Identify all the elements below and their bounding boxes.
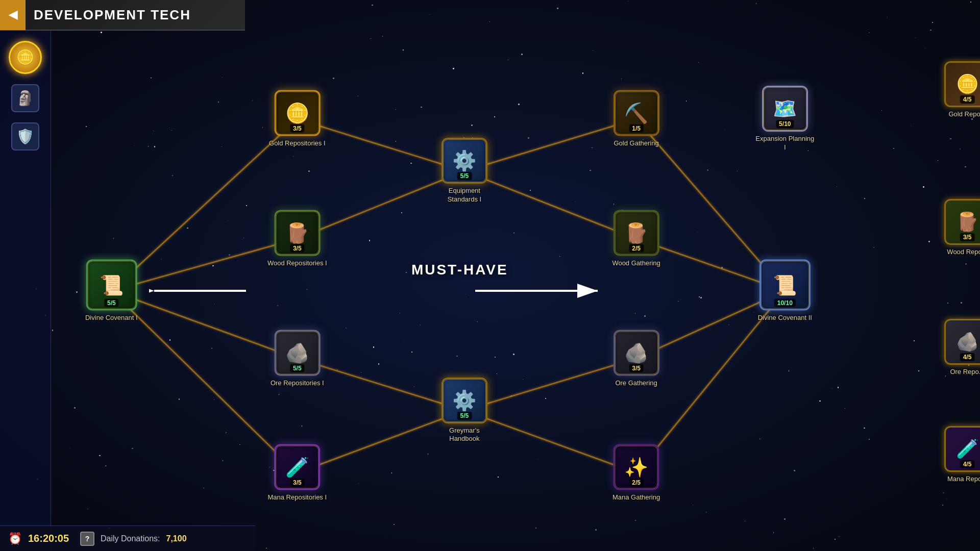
svg-line-2 — [111, 291, 297, 359]
node-label-greymar-handbook: Greymar's Handbook — [434, 427, 495, 444]
header-bar: ◀ DEVELOPMENT TECH — [0, 0, 245, 31]
node-label-expansion-planning-1: Expansion Planning I — [754, 135, 816, 153]
tech-canvas: 🪙 3/5 Gold Repositories I ⚙️ 5/5 Equipme… — [51, 31, 980, 551]
node-label-ore-repo-1: Ore Repositories I — [271, 379, 324, 387]
gold-coin-display: 🪙 — [9, 41, 42, 74]
node-badge-expansion-planning-1: 5/10 — [776, 120, 794, 129]
node-wood-repo-1[interactable]: 🪵 3/5 Wood Repositories I — [267, 210, 327, 268]
mana-repo-partial-badge: 4/5 — [960, 460, 975, 468]
node-badge-ore-repo-1: 5/5 — [290, 364, 305, 372]
node-icon-greymar-handbook: ⚙️ 5/5 — [442, 378, 487, 423]
sidebar: 🪙 🗿 🛡️ — [0, 31, 51, 551]
node-icon-gold-gathering: ⛏️ 1/5 — [614, 90, 659, 136]
node-ore-repo-1[interactable]: 🪨 5/5 Ore Repositories I — [271, 330, 324, 387]
node-badge-greymar-handbook: 5/5 — [457, 412, 472, 420]
node-icon-gold-repo-1: 🪙 3/5 — [274, 90, 320, 136]
gold-repo-partial-badge: 4/5 — [960, 95, 975, 104]
node-badge-mana-repo-1: 3/5 — [290, 479, 305, 487]
node-ore-gathering[interactable]: 🪨 3/5 Ore Gathering — [614, 330, 659, 387]
node-icon-mana-gathering: ✨ 2/5 — [614, 444, 659, 490]
sidebar-icon-2[interactable]: 🛡️ — [11, 122, 39, 151]
node-icon-ore-gathering: 🪨 3/5 — [614, 330, 659, 375]
node-divine-covenant-1[interactable]: 📜 5/5 Divine Covenant I — [85, 260, 138, 322]
mana-repo-partial-icon: 🧪 4/5 — [944, 426, 980, 472]
must-have-label: MUST-HAVE — [411, 262, 508, 278]
node-badge-gold-repo-1: 3/5 — [290, 124, 305, 133]
mana-repo-partial-label: Mana Repo... — [947, 475, 980, 484]
node-mana-gathering[interactable]: ✨ 2/5 Mana Gathering — [612, 444, 660, 502]
wood-repo-partial-label: Wood Repo... — [947, 248, 980, 257]
node-label-equipment-standards-1: Equipment Standards I — [434, 187, 495, 205]
node-label-mana-repo-1: Mana Repositories I — [267, 493, 327, 502]
node-label-divine-covenant-1: Divine Covenant I — [85, 314, 138, 322]
node-badge-gold-gathering: 1/5 — [629, 124, 644, 133]
node-label-mana-gathering: Mana Gathering — [612, 493, 660, 502]
gold-repo-partial-node[interactable]: 🪙 4/5 Gold Repo... — [944, 61, 980, 119]
ore-repo-partial-label: Ore Repo... — [950, 368, 980, 377]
wood-repo-partial-badge: 3/5 — [960, 233, 975, 241]
bottom-bar: ⏰ 16:20:05 ? Daily Donations: 7,100 — [0, 525, 255, 551]
node-icon-expansion-planning-1: 🗺️ 5/10 — [762, 86, 808, 132]
ore-repo-partial-badge: 4/5 — [960, 353, 975, 361]
node-badge-ore-gathering: 3/5 — [629, 364, 644, 372]
node-badge-equipment-standards-1: 5/5 — [457, 172, 472, 181]
connector-lines — [51, 31, 980, 551]
node-label-ore-gathering: Ore Gathering — [615, 379, 657, 387]
wood-repo-partial-icon: 🪵 3/5 — [944, 199, 980, 245]
arrow-right — [470, 276, 603, 306]
back-button[interactable]: ◀ — [0, 0, 26, 30]
node-label-wood-repo-1: Wood Repositories I — [267, 259, 327, 268]
node-gold-repo-1[interactable]: 🪙 3/5 Gold Repositories I — [269, 90, 326, 148]
node-label-gold-gathering: Gold Gathering — [614, 139, 659, 148]
node-badge-divine-covenant-1: 5/5 — [104, 299, 119, 307]
node-badge-wood-gathering: 2/5 — [629, 244, 644, 253]
node-icon-wood-repo-1: 🪵 3/5 — [274, 210, 320, 256]
node-icon-divine-covenant-2: 📜 10/10 — [760, 260, 811, 311]
page-title: DEVELOPMENT TECH — [34, 7, 191, 23]
donations-value: 7,100 — [166, 534, 187, 543]
node-gold-gathering[interactable]: ⛏️ 1/5 Gold Gathering — [614, 90, 659, 148]
node-greymar-handbook[interactable]: ⚙️ 5/5 Greymar's Handbook — [434, 378, 495, 444]
gold-coin-icon: 🪙 — [16, 49, 34, 66]
node-mana-repo-1[interactable]: 🧪 3/5 Mana Repositories I — [267, 444, 327, 502]
ore-repo-partial-node[interactable]: 🪨 4/5 Ore Repo... — [944, 319, 980, 377]
node-badge-wood-repo-1: 3/5 — [290, 244, 305, 253]
ore-repo-partial-icon: 🪨 4/5 — [944, 319, 980, 365]
node-divine-covenant-2[interactable]: 📜 10/10 Divine Covenant II — [758, 260, 812, 322]
node-icon-equipment-standards-1: ⚙️ 5/5 — [442, 138, 487, 184]
node-wood-gathering[interactable]: 🪵 2/5 Wood Gathering — [612, 210, 660, 268]
gold-repo-partial-label: Gold Repo... — [949, 110, 981, 119]
timer-display: 16:20:05 — [28, 533, 74, 544]
gold-repo-partial-icon: 🪙 4/5 — [944, 61, 980, 107]
help-button[interactable]: ? — [80, 532, 94, 546]
wood-repo-partial-node[interactable]: 🪵 3/5 Wood Repo... — [944, 199, 980, 257]
node-label-divine-covenant-2: Divine Covenant II — [758, 314, 812, 322]
mana-repo-partial-node[interactable]: 🧪 4/5 Mana Repo... — [944, 426, 980, 484]
node-icon-divine-covenant-1: 📜 5/5 — [86, 260, 137, 311]
node-badge-divine-covenant-2: 10/10 — [774, 299, 796, 307]
node-label-gold-repo-1: Gold Repositories I — [269, 139, 326, 148]
timer-icon: ⏰ — [8, 532, 22, 545]
sidebar-icon-1[interactable]: 🗿 — [11, 84, 39, 112]
node-label-wood-gathering: Wood Gathering — [612, 259, 660, 268]
node-equipment-standards-1[interactable]: ⚙️ 5/5 Equipment Standards I — [434, 138, 495, 205]
node-icon-mana-repo-1: 🧪 3/5 — [274, 444, 320, 490]
node-expansion-planning-1[interactable]: 🗺️ 5/10 Expansion Planning I — [754, 86, 816, 153]
donations-label: Daily Donations: — [101, 534, 160, 543]
node-badge-mana-gathering: 2/5 — [629, 479, 644, 487]
node-icon-wood-gathering: 🪵 2/5 — [614, 210, 659, 256]
node-icon-ore-repo-1: 🪨 5/5 — [274, 330, 320, 375]
arrow-left — [149, 276, 251, 306]
